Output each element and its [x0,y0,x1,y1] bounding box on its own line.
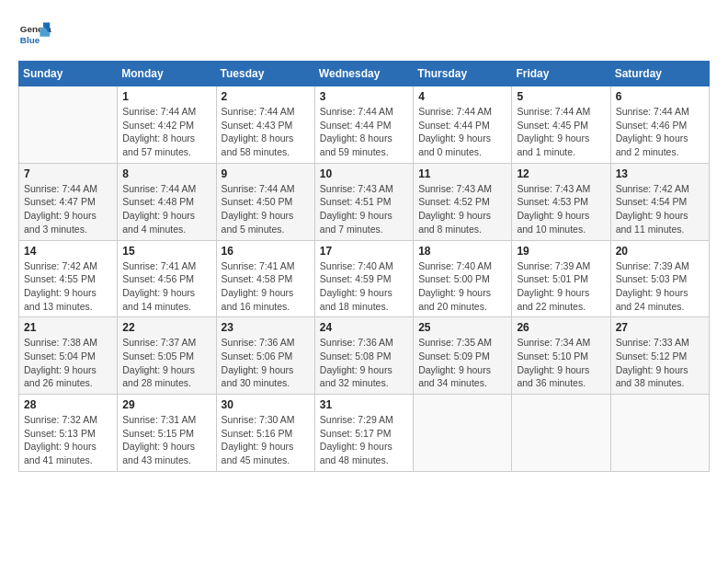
day-info: Sunrise: 7:44 AM Sunset: 4:48 PM Dayligh… [122,182,210,236]
calendar-cell: 23Sunrise: 7:36 AM Sunset: 5:06 PM Dayli… [216,317,314,395]
day-info: Sunrise: 7:44 AM Sunset: 4:42 PM Dayligh… [122,105,210,159]
page-header: General Blue [18,18,710,52]
day-number: 31 [320,398,408,411]
calendar-cell: 26Sunrise: 7:34 AM Sunset: 5:10 PM Dayli… [512,317,610,395]
calendar-cell: 2Sunrise: 7:44 AM Sunset: 4:43 PM Daylig… [216,86,314,164]
day-number: 5 [517,90,605,103]
weekday-header-monday: Monday [118,62,216,86]
calendar-cell: 28Sunrise: 7:32 AM Sunset: 5:13 PM Dayli… [19,395,118,472]
calendar-cell: 30Sunrise: 7:30 AM Sunset: 5:16 PM Dayli… [216,395,314,472]
calendar-cell: 12Sunrise: 7:43 AM Sunset: 4:53 PM Dayli… [512,163,610,240]
calendar-cell [19,86,118,164]
logo-icon: General Blue [18,18,51,52]
calendar-cell: 8Sunrise: 7:44 AM Sunset: 4:48 PM Daylig… [118,163,216,240]
calendar-table: SundayMondayTuesdayWednesdayThursdayFrid… [18,61,710,472]
calendar-cell [610,395,709,472]
day-info: Sunrise: 7:43 AM Sunset: 4:51 PM Dayligh… [320,182,408,236]
day-number: 28 [24,398,112,411]
day-number: 1 [122,90,210,103]
calendar-cell: 3Sunrise: 7:44 AM Sunset: 4:44 PM Daylig… [314,86,413,164]
weekday-header-saturday: Saturday [610,62,709,86]
day-number: 13 [616,167,704,180]
day-info: Sunrise: 7:44 AM Sunset: 4:47 PM Dayligh… [24,182,112,236]
day-number: 15 [122,245,210,258]
day-number: 10 [320,167,408,180]
day-info: Sunrise: 7:32 AM Sunset: 5:13 PM Dayligh… [24,413,112,467]
day-info: Sunrise: 7:33 AM Sunset: 5:12 PM Dayligh… [616,336,704,390]
day-number: 3 [320,90,408,103]
day-number: 12 [517,167,605,180]
day-info: Sunrise: 7:29 AM Sunset: 5:17 PM Dayligh… [320,413,408,467]
calendar-cell: 11Sunrise: 7:43 AM Sunset: 4:52 PM Dayli… [414,163,512,240]
day-info: Sunrise: 7:38 AM Sunset: 5:04 PM Dayligh… [24,336,112,390]
day-info: Sunrise: 7:44 AM Sunset: 4:46 PM Dayligh… [616,105,704,159]
calendar-cell: 22Sunrise: 7:37 AM Sunset: 5:05 PM Dayli… [118,317,216,395]
day-info: Sunrise: 7:39 AM Sunset: 5:03 PM Dayligh… [616,259,704,314]
calendar-cell: 21Sunrise: 7:38 AM Sunset: 5:04 PM Dayli… [19,317,118,395]
day-info: Sunrise: 7:31 AM Sunset: 5:15 PM Dayligh… [122,413,210,467]
day-info: Sunrise: 7:30 AM Sunset: 5:16 PM Dayligh… [222,413,310,467]
day-info: Sunrise: 7:43 AM Sunset: 4:52 PM Dayligh… [418,182,506,236]
calendar-cell: 4Sunrise: 7:44 AM Sunset: 4:44 PM Daylig… [414,86,512,164]
day-number: 14 [24,245,112,258]
calendar-cell: 9Sunrise: 7:44 AM Sunset: 4:50 PM Daylig… [216,163,314,240]
day-number: 24 [320,321,408,334]
day-info: Sunrise: 7:44 AM Sunset: 4:45 PM Dayligh… [517,105,605,159]
day-number: 25 [418,321,506,334]
calendar-cell: 16Sunrise: 7:41 AM Sunset: 4:58 PM Dayli… [216,240,314,317]
weekday-header-tuesday: Tuesday [216,62,314,86]
day-info: Sunrise: 7:34 AM Sunset: 5:10 PM Dayligh… [517,336,605,390]
day-number: 6 [616,90,704,103]
calendar-cell: 17Sunrise: 7:40 AM Sunset: 4:59 PM Dayli… [314,240,413,317]
calendar-cell: 27Sunrise: 7:33 AM Sunset: 5:12 PM Dayli… [610,317,709,395]
calendar-cell: 18Sunrise: 7:40 AM Sunset: 5:00 PM Dayli… [414,240,512,317]
weekday-header-friday: Friday [512,62,610,86]
day-number: 2 [222,90,310,103]
calendar-cell: 1Sunrise: 7:44 AM Sunset: 4:42 PM Daylig… [118,86,216,164]
calendar-cell: 7Sunrise: 7:44 AM Sunset: 4:47 PM Daylig… [19,163,118,240]
day-info: Sunrise: 7:44 AM Sunset: 4:50 PM Dayligh… [222,182,310,236]
svg-text:Blue: Blue [20,35,40,45]
day-info: Sunrise: 7:37 AM Sunset: 5:05 PM Dayligh… [122,336,210,390]
calendar-cell: 19Sunrise: 7:39 AM Sunset: 5:01 PM Dayli… [512,240,610,317]
calendar-cell: 24Sunrise: 7:36 AM Sunset: 5:08 PM Dayli… [314,317,413,395]
day-info: Sunrise: 7:44 AM Sunset: 4:44 PM Dayligh… [418,105,506,159]
day-info: Sunrise: 7:40 AM Sunset: 5:00 PM Dayligh… [418,259,506,314]
day-number: 23 [222,321,310,334]
day-info: Sunrise: 7:36 AM Sunset: 5:08 PM Dayligh… [320,336,408,390]
day-number: 11 [418,167,506,180]
day-info: Sunrise: 7:44 AM Sunset: 4:44 PM Dayligh… [320,105,408,159]
day-info: Sunrise: 7:36 AM Sunset: 5:06 PM Dayligh… [222,336,310,390]
calendar-cell: 15Sunrise: 7:41 AM Sunset: 4:56 PM Dayli… [118,240,216,317]
calendar-cell: 31Sunrise: 7:29 AM Sunset: 5:17 PM Dayli… [314,395,413,472]
day-info: Sunrise: 7:39 AM Sunset: 5:01 PM Dayligh… [517,259,605,314]
logo: General Blue [18,18,59,52]
day-number: 20 [616,245,704,258]
weekday-header-sunday: Sunday [19,62,118,86]
day-number: 17 [320,245,408,258]
day-number: 30 [222,398,310,411]
calendar-cell: 25Sunrise: 7:35 AM Sunset: 5:09 PM Dayli… [414,317,512,395]
day-info: Sunrise: 7:35 AM Sunset: 5:09 PM Dayligh… [418,336,506,390]
day-info: Sunrise: 7:41 AM Sunset: 4:58 PM Dayligh… [222,259,310,314]
calendar-cell: 5Sunrise: 7:44 AM Sunset: 4:45 PM Daylig… [512,86,610,164]
day-number: 27 [616,321,704,334]
day-number: 21 [24,321,112,334]
day-number: 26 [517,321,605,334]
day-number: 4 [418,90,506,103]
day-info: Sunrise: 7:42 AM Sunset: 4:54 PM Dayligh… [616,182,704,236]
day-number: 16 [222,245,310,258]
day-number: 8 [122,167,210,180]
day-number: 18 [418,245,506,258]
calendar-cell: 6Sunrise: 7:44 AM Sunset: 4:46 PM Daylig… [610,86,709,164]
day-info: Sunrise: 7:42 AM Sunset: 4:55 PM Dayligh… [24,259,112,314]
day-number: 9 [222,167,310,180]
weekday-header-thursday: Thursday [414,62,512,86]
calendar-cell: 14Sunrise: 7:42 AM Sunset: 4:55 PM Dayli… [19,240,118,317]
calendar-cell: 10Sunrise: 7:43 AM Sunset: 4:51 PM Dayli… [314,163,413,240]
day-info: Sunrise: 7:44 AM Sunset: 4:43 PM Dayligh… [222,105,310,159]
day-info: Sunrise: 7:40 AM Sunset: 4:59 PM Dayligh… [320,259,408,314]
calendar-cell: 20Sunrise: 7:39 AM Sunset: 5:03 PM Dayli… [610,240,709,317]
day-info: Sunrise: 7:43 AM Sunset: 4:53 PM Dayligh… [517,182,605,236]
day-number: 7 [24,167,112,180]
